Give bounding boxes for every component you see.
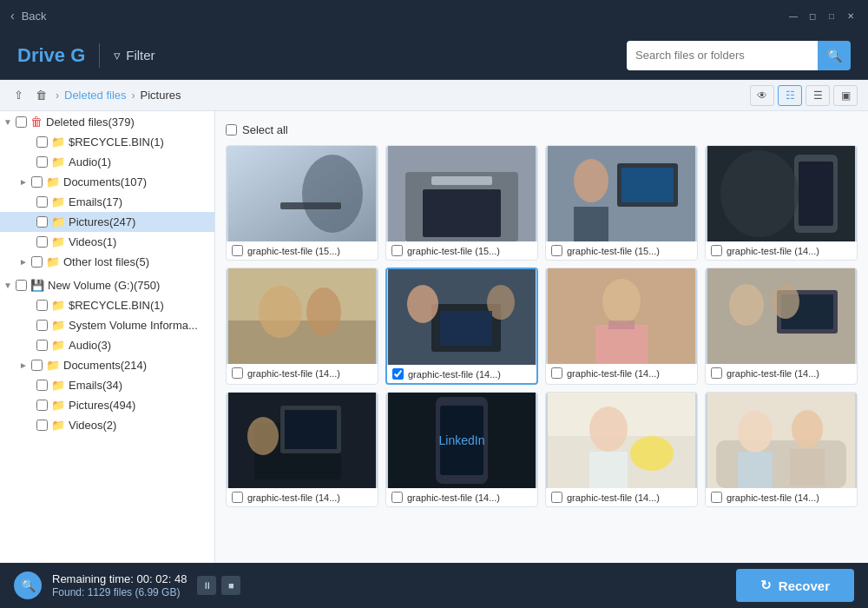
checkbox-new-volume[interactable]	[16, 280, 27, 291]
sidebar-item-nv-sysinfo[interactable]: 📁 System Volume Informa...	[0, 315, 214, 335]
sidebar-item-emails[interactable]: 📁 Emails(17)	[0, 192, 214, 212]
svg-rect-38	[285, 410, 337, 449]
folder-icon-10: 📁	[51, 339, 65, 352]
file-name: graphic-test-file (14...)	[247, 368, 340, 379]
scan-info: Remaining time: 00: 02: 48 Found: 1129 f…	[52, 572, 187, 598]
checkbox-nv-recycle[interactable]	[36, 300, 48, 311]
breadcrumb-sep-1: ›	[56, 89, 59, 102]
file-checkbox[interactable]	[711, 245, 722, 256]
view-list-button[interactable]: ☰	[806, 85, 830, 106]
sidebar-item-new-volume[interactable]: ▼ 💾 New Volume (G:)(750)	[0, 275, 214, 295]
file-item-footer: graphic-test-file (14...)	[227, 488, 378, 506]
sidebar-item-audio[interactable]: 📁 Audio(1)	[0, 152, 214, 172]
recover-button[interactable]: ↻ Recover	[736, 569, 854, 602]
file-checkbox[interactable]	[391, 245, 403, 256]
minimize-button[interactable]: —	[786, 9, 800, 23]
checkbox-nv-videos[interactable]	[36, 420, 48, 431]
grid-item[interactable]: graphic-test-file (15...)	[226, 145, 378, 261]
grid-item[interactable]: graphic-test-file (14...)	[705, 145, 858, 261]
svg-point-19	[259, 286, 302, 338]
svg-text:LinkedIn: LinkedIn	[439, 433, 485, 447]
pictures-label: Pictures(247)	[69, 215, 135, 228]
checkbox-nv-audio[interactable]	[36, 340, 48, 351]
view-detail-button[interactable]: ▣	[833, 85, 858, 106]
checkbox-audio[interactable]	[36, 156, 48, 168]
sidebar-item-nv-pictures[interactable]: 📁 Pictures(494)	[0, 395, 214, 415]
file-item-footer: graphic-test-file (14...)	[387, 365, 536, 383]
file-checkbox[interactable]	[232, 492, 243, 503]
file-checkbox[interactable]	[711, 367, 722, 379]
sidebar-item-nv-documents[interactable]: ► 📁 Documents(214)	[0, 355, 214, 375]
back-button[interactable]: ‹ Back	[10, 9, 47, 23]
checkbox-nv-emails[interactable]	[36, 380, 48, 391]
sidebar-item-nv-audio[interactable]: 📁 Audio(3)	[0, 335, 214, 355]
checkbox-nv-documents[interactable]	[31, 360, 43, 371]
nv-recycle-label: $RECYCLE.BIN(1)	[69, 299, 164, 312]
svg-point-2	[302, 155, 363, 233]
grid-item[interactable]: graphic-test-file (14...)	[226, 268, 378, 385]
stop-button[interactable]: ■	[221, 576, 240, 595]
grid-item[interactable]: graphic-test-file (14...)	[226, 392, 378, 507]
sidebar-item-pictures[interactable]: 📁 Pictures(247)	[0, 212, 214, 232]
checkbox-pictures[interactable]	[36, 216, 48, 228]
sidebar-item-other-lost[interactable]: ► 📁 Other lost files(5)	[0, 252, 214, 272]
grid-item[interactable]: graphic-test-file (14...)	[545, 392, 698, 507]
file-checkbox[interactable]	[551, 492, 562, 503]
svg-point-33	[729, 284, 764, 326]
file-checkbox[interactable]	[232, 245, 243, 256]
svg-point-34	[772, 284, 799, 319]
grid-item[interactable]: graphic-test-file (14...)	[705, 268, 858, 385]
file-checkbox[interactable]	[391, 492, 403, 503]
checkbox-deleted-files[interactable]	[16, 116, 27, 128]
sidebar-item-nv-recycle[interactable]: 📁 $RECYCLE.BIN(1)	[0, 295, 214, 315]
svg-point-51	[738, 411, 773, 453]
file-checkbox[interactable]	[551, 367, 562, 379]
maximize-button[interactable]: □	[825, 9, 838, 23]
file-checkbox[interactable]	[711, 492, 722, 503]
file-thumbnail	[546, 146, 697, 241]
select-all-checkbox[interactable]	[226, 124, 237, 135]
checkbox-other-lost[interactable]	[31, 256, 43, 268]
close-button[interactable]: ✕	[844, 9, 858, 23]
sidebar-item-nv-emails[interactable]: 📁 Emails(34)	[0, 375, 214, 395]
file-checkbox[interactable]	[551, 245, 562, 256]
checkbox-nv-sysinfo[interactable]	[36, 320, 48, 331]
checkbox-emails[interactable]	[36, 196, 48, 208]
breadcrumb-deleted-files[interactable]: Deleted files	[64, 89, 127, 102]
sidebar-item-nv-videos[interactable]: 📁 Videos(2)	[0, 415, 214, 435]
breadcrumb-pictures: Pictures	[141, 89, 181, 102]
svg-point-52	[792, 410, 823, 448]
delete-breadcrumb-button[interactable]: 🗑	[32, 87, 50, 103]
sidebar-item-videos[interactable]: 📁 Videos(1)	[0, 232, 214, 252]
grid-item[interactable]: graphic-test-file (15...)	[385, 145, 538, 261]
pause-button[interactable]: ⏸	[197, 576, 216, 595]
sidebar-item-deleted-files[interactable]: ▼ 🗑 Deleted files(379)	[0, 111, 214, 132]
checkbox-documents[interactable]	[31, 176, 43, 188]
checkbox-recycle-bin[interactable]	[36, 136, 48, 148]
file-item-footer: graphic-test-file (14...)	[706, 364, 857, 382]
view-grid-button[interactable]: ☷	[778, 85, 802, 106]
file-checkbox[interactable]	[232, 367, 243, 379]
sidebar-item-documents[interactable]: ► 📁 Documents(107)	[0, 172, 214, 192]
recover-label: Recover	[779, 578, 830, 593]
view-eye-button[interactable]: 👁	[750, 85, 774, 106]
grid-item[interactable]: graphic-test-file (14...)	[385, 268, 538, 385]
sidebar-item-recycle-bin[interactable]: 📁 $RECYCLE.BIN(1)	[0, 132, 214, 152]
trash-icon: 🗑	[30, 115, 43, 129]
file-checkbox[interactable]	[392, 368, 404, 380]
search-input[interactable]	[627, 41, 818, 70]
grid-item[interactable]: LinkedIngraphic-test-file (14...)	[385, 392, 538, 507]
checkbox-nv-pictures[interactable]	[36, 400, 48, 411]
restore-button[interactable]: ◻	[806, 9, 819, 23]
checkbox-videos[interactable]	[36, 236, 48, 248]
svg-point-48	[630, 436, 674, 471]
up-button[interactable]: ⇧	[10, 87, 27, 103]
file-name: graphic-test-file (15...)	[567, 246, 660, 256]
breadcrumb-bar: ⇧ 🗑 › Deleted files › Pictures 👁 ☷ ☰ ▣	[0, 80, 868, 111]
grid-item[interactable]: graphic-test-file (14...)	[705, 392, 858, 507]
grid-item[interactable]: graphic-test-file (14...)	[545, 268, 698, 385]
nv-pictures-label: Pictures(494)	[69, 399, 135, 412]
grid-item[interactable]: graphic-test-file (15...)	[545, 145, 698, 261]
filter-button[interactable]: ▿ Filter	[114, 48, 155, 63]
search-button[interactable]: 🔍	[818, 41, 851, 70]
